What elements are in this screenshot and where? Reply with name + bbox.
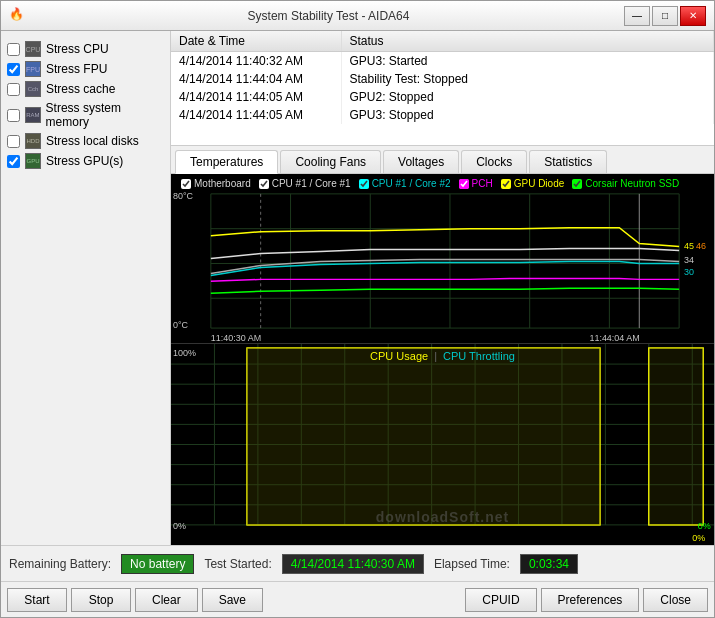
- legend-gpu-diode: GPU Diode: [501, 178, 565, 189]
- legend-motherboard: Motherboard: [181, 178, 251, 189]
- svg-text:30: 30: [684, 267, 694, 277]
- fpu-icon: FPU: [25, 61, 41, 77]
- left-panel: CPU Stress CPU FPU Stress FPU Cch Stress…: [1, 31, 171, 545]
- col-datetime: Date & Time: [171, 31, 341, 52]
- tab-clocks[interactable]: Clocks: [461, 150, 527, 173]
- stress-disk-checkbox[interactable]: [7, 135, 20, 148]
- tab-bar: Temperatures Cooling Fans Voltages Clock…: [171, 146, 714, 174]
- stop-button[interactable]: Stop: [71, 588, 131, 612]
- log-datetime: 4/14/2014 11:44:04 AM: [171, 70, 341, 88]
- svg-text:0%: 0%: [173, 521, 186, 531]
- stress-memory-checkbox[interactable]: [7, 109, 20, 122]
- legend-motherboard-label: Motherboard: [194, 178, 251, 189]
- legend-cpu-core1-check[interactable]: [259, 179, 269, 189]
- log-datetime: 4/14/2014 11:44:05 AM: [171, 106, 341, 124]
- log-status: GPU2: Stopped: [341, 88, 714, 106]
- main-content-area: CPU Stress CPU FPU Stress FPU Cch Stress…: [1, 31, 714, 545]
- window-title: System Stability Test - AIDA64: [33, 9, 624, 23]
- footer-bar: Start Stop Clear Save CPUID Preferences …: [1, 581, 714, 617]
- legend-ssd-label: Corsair Neutron SSD: [585, 178, 679, 189]
- tab-statistics[interactable]: Statistics: [529, 150, 607, 173]
- col-status: Status: [341, 31, 714, 52]
- elapsed-value: 0:03:34: [520, 554, 578, 574]
- log-datetime: 4/14/2014 11:40:32 AM: [171, 52, 341, 71]
- svg-rect-48: [649, 348, 703, 525]
- log-datetime: 4/14/2014 11:44:05 AM: [171, 88, 341, 106]
- stress-gpu-checkbox[interactable]: [7, 155, 20, 168]
- log-row[interactable]: 4/14/2014 11:44:04 AMStability Test: Sto…: [171, 70, 714, 88]
- legend-gpu-diode-check[interactable]: [501, 179, 511, 189]
- cpu-legend: CPU Usage | CPU Throttling: [370, 350, 515, 362]
- main-window: 🔥 System Stability Test - AIDA64 — □ ✕ C…: [0, 0, 715, 618]
- svg-rect-0: [171, 174, 714, 343]
- stress-disk-item[interactable]: HDD Stress local disks: [7, 131, 164, 151]
- legend-gpu-diode-label: GPU Diode: [514, 178, 565, 189]
- temperature-chart: 80°C 0°C 11:40:30 AM 11:44:04 AM: [171, 174, 714, 344]
- test-started-value: 4/14/2014 11:40:30 AM: [282, 554, 424, 574]
- clear-button[interactable]: Clear: [135, 588, 198, 612]
- stress-cpu-item[interactable]: CPU Stress CPU: [7, 39, 164, 59]
- right-panel: Date & Time Status 4/14/2014 11:40:32 AM…: [171, 31, 714, 545]
- log-status: Stability Test: Stopped: [341, 70, 714, 88]
- log-status: GPU3: Stopped: [341, 106, 714, 124]
- legend-pch-check[interactable]: [459, 179, 469, 189]
- svg-text:11:40:30 AM: 11:40:30 AM: [211, 333, 261, 343]
- status-bar: Remaining Battery: No battery Test Start…: [1, 545, 714, 581]
- stress-gpu-label: Stress GPU(s): [46, 154, 123, 168]
- elapsed-label: Elapsed Time:: [434, 557, 510, 571]
- stress-cpu-checkbox[interactable]: [7, 43, 20, 56]
- stress-gpu-item[interactable]: GPU Stress GPU(s): [7, 151, 164, 171]
- stress-memory-label: Stress system memory: [46, 101, 164, 129]
- svg-text:46: 46: [696, 241, 706, 251]
- legend-cpu-core1-label: CPU #1 / Core #1: [272, 178, 351, 189]
- tab-temperatures[interactable]: Temperatures: [175, 150, 278, 174]
- close-window-button[interactable]: ✕: [680, 6, 706, 26]
- stress-cache-item[interactable]: Cch Stress cache: [7, 79, 164, 99]
- svg-text:0%: 0%: [692, 533, 705, 543]
- preferences-button[interactable]: Preferences: [541, 588, 640, 612]
- tab-cooling-fans[interactable]: Cooling Fans: [280, 150, 381, 173]
- close-button[interactable]: Close: [643, 588, 708, 612]
- svg-text:45: 45: [684, 241, 694, 251]
- stress-cache-checkbox[interactable]: [7, 83, 20, 96]
- start-button[interactable]: Start: [7, 588, 67, 612]
- legend-motherboard-check[interactable]: [181, 179, 191, 189]
- cache-icon: Cch: [25, 81, 41, 97]
- cpu-icon: CPU: [25, 41, 41, 57]
- minimize-button[interactable]: —: [624, 6, 650, 26]
- legend-ssd-check[interactable]: [572, 179, 582, 189]
- svg-text:11:44:04 AM: 11:44:04 AM: [589, 333, 639, 343]
- legend-separator: |: [434, 350, 437, 362]
- cpu-usage-label: CPU Usage: [370, 350, 428, 362]
- stress-cpu-label: Stress CPU: [46, 42, 109, 56]
- temp-chart-legend: Motherboard CPU #1 / Core #1 CPU #1 / Co…: [181, 178, 679, 189]
- log-row[interactable]: 4/14/2014 11:44:05 AMGPU2: Stopped: [171, 88, 714, 106]
- stress-disk-label: Stress local disks: [46, 134, 139, 148]
- log-row[interactable]: 4/14/2014 11:44:05 AMGPU3: Stopped: [171, 106, 714, 124]
- legend-cpu-core2-label: CPU #1 / Core #2: [372, 178, 451, 189]
- log-status: GPU3: Started: [341, 52, 714, 71]
- battery-value: No battery: [121, 554, 194, 574]
- log-area[interactable]: Date & Time Status 4/14/2014 11:40:32 AM…: [171, 31, 714, 146]
- cpuid-button[interactable]: CPUID: [465, 588, 536, 612]
- log-row[interactable]: 4/14/2014 11:40:32 AMGPU3: Started: [171, 52, 714, 71]
- stress-fpu-label: Stress FPU: [46, 62, 107, 76]
- stress-memory-item[interactable]: RAM Stress system memory: [7, 99, 164, 131]
- maximize-button[interactable]: □: [652, 6, 678, 26]
- watermark: downloadSoft.net: [376, 509, 509, 525]
- svg-text:0°C: 0°C: [173, 320, 189, 330]
- legend-cpu-core1: CPU #1 / Core #1: [259, 178, 351, 189]
- cpu-throttling-label: CPU Throttling: [443, 350, 515, 362]
- svg-text:34: 34: [684, 255, 694, 265]
- stress-fpu-item[interactable]: FPU Stress FPU: [7, 59, 164, 79]
- log-table: Date & Time Status 4/14/2014 11:40:32 AM…: [171, 31, 714, 124]
- tab-voltages[interactable]: Voltages: [383, 150, 459, 173]
- legend-pch: PCH: [459, 178, 493, 189]
- legend-pch-label: PCH: [472, 178, 493, 189]
- window-controls: — □ ✕: [624, 6, 706, 26]
- legend-cpu-core2-check[interactable]: [359, 179, 369, 189]
- svg-text:80°C: 80°C: [173, 191, 194, 201]
- save-button[interactable]: Save: [202, 588, 263, 612]
- stress-fpu-checkbox[interactable]: [7, 63, 20, 76]
- cpu-usage-chart: 100% 0% 0% 0% CPU Usage | CPU Throttling…: [171, 344, 714, 545]
